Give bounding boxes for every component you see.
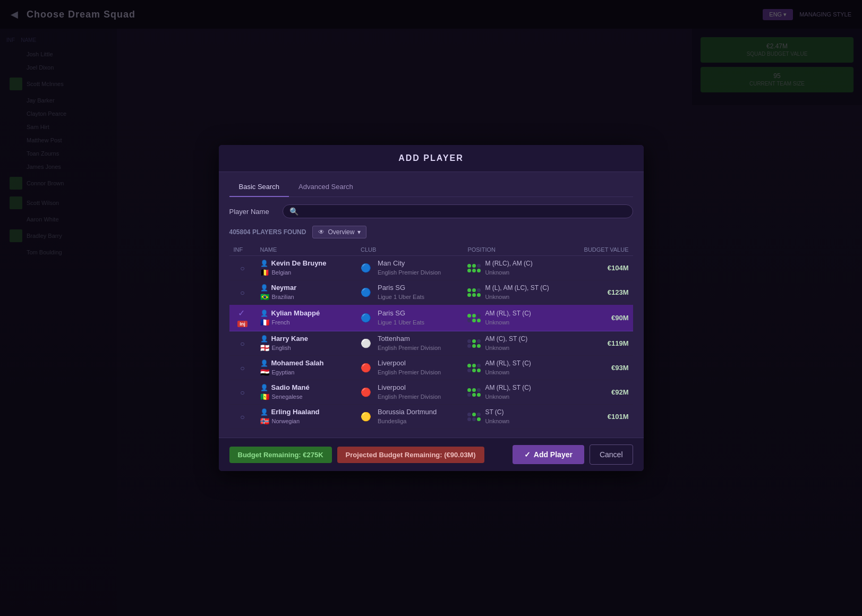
- position-sub: Unknown: [485, 418, 509, 424]
- player-nationality: 🇪🇬 Egyptian: [260, 368, 353, 377]
- position-dot: [477, 288, 481, 292]
- player-nationality: 🏴󠁧󠁢󠁥󠁮󠁧󠁿 English: [260, 344, 353, 352]
- player-avatar-icon: 👤: [260, 335, 268, 343]
- club-cell: 🔴 Liverpool English Premier Division: [356, 380, 463, 405]
- player-table: INF NAME CLUB POSITION BUDGET VALUE ○ 👤 …: [229, 244, 633, 429]
- club-name: Paris SG: [378, 309, 424, 317]
- position-dot: [472, 269, 476, 272]
- th-position: POSITION: [463, 244, 570, 256]
- position-dots: [467, 388, 481, 397]
- table-row[interactable]: ○ 👤 Erling Haaland 🇳🇴 Norwegian 🟡 Boruss…: [229, 405, 633, 429]
- player-nationality: 🇧🇪 Belgian: [260, 268, 353, 277]
- budget-remaining-value: €275K: [303, 451, 323, 459]
- position-dot: [477, 339, 481, 343]
- club-name: Liverpool: [378, 359, 441, 367]
- position-dot: [472, 288, 476, 292]
- position-dot: [467, 288, 471, 292]
- nationality-text: Senegalese: [272, 393, 303, 400]
- footer-actions: ✓ Add Player Cancel: [513, 444, 633, 465]
- player-name: Mohamed Salah: [271, 359, 324, 367]
- budget-value: €93M: [570, 356, 633, 380]
- add-player-modal: ADD PLAYER Basic Search Advanced Search …: [219, 145, 644, 471]
- club-league: English Premier Division: [378, 345, 441, 351]
- position-dot: [467, 269, 471, 272]
- position-dot: [472, 339, 476, 343]
- inf-cell: ○: [229, 405, 256, 429]
- position-dot: [472, 369, 476, 372]
- position-dot: [472, 417, 476, 421]
- search-label: Player Name: [229, 208, 277, 216]
- table-header-row: INF NAME CLUB POSITION BUDGET VALUE: [229, 244, 633, 256]
- position-dot: [467, 314, 471, 318]
- projected-label: Projected Budget Remaining:: [346, 451, 442, 459]
- unselected-check: ○: [240, 339, 244, 348]
- position-dot: [472, 293, 476, 297]
- position-dot: [467, 264, 471, 268]
- club-cell: 🔵 Man City English Premier Division: [356, 256, 463, 280]
- position-sub: Unknown: [485, 269, 509, 276]
- inf-cell: ○: [229, 280, 256, 305]
- table-row[interactable]: ○ 👤 Mohamed Salah 🇪🇬 Egyptian 🔴 Liverpoo…: [229, 356, 633, 380]
- search-icon-button[interactable]: 🔍: [289, 207, 298, 216]
- flag-icon: 🇸🇳: [260, 392, 269, 401]
- player-avatar-icon: 👤: [260, 408, 268, 416]
- cancel-button[interactable]: Cancel: [590, 444, 633, 465]
- player-nationality: 🇧🇷 Brazilian: [260, 293, 353, 301]
- position-cell: ST (C) Unknown: [463, 405, 570, 429]
- position-dot: [467, 388, 471, 392]
- club-cell: 🟡 Borussia Dortmund Bundesliga: [356, 405, 463, 429]
- nationality-text: Brazilian: [272, 294, 294, 300]
- table-row[interactable]: ○ 👤 Sadio Mané 🇸🇳 Senegalese 🔴 Liverpool…: [229, 380, 633, 405]
- club-badge-icon: 🔵: [361, 287, 371, 297]
- tab-advanced-search[interactable]: Advanced Search: [289, 179, 363, 197]
- position-cell: M (RLC), AM (C) Unknown: [463, 256, 570, 280]
- player-table-wrap[interactable]: INF NAME CLUB POSITION BUDGET VALUE ○ 👤 …: [229, 244, 633, 429]
- table-row[interactable]: ○ 👤 Neymar 🇧🇷 Brazilian 🔵 Paris SG Ligue…: [229, 280, 633, 305]
- position-dot: [467, 293, 471, 297]
- player-name: Kylian Mbappé: [271, 309, 320, 317]
- inf-cell: ○: [229, 331, 256, 356]
- nationality-text: Norwegian: [272, 418, 300, 424]
- add-player-button[interactable]: ✓ Add Player: [513, 445, 584, 464]
- player-avatar-icon: 👤: [260, 284, 268, 292]
- table-row[interactable]: ○ 👤 Kevin De Bruyne 🇧🇪 Belgian 🔵 Man Cit…: [229, 256, 633, 280]
- position-dot: [477, 269, 481, 272]
- budget-value: €90M: [570, 305, 633, 331]
- position-dot: [477, 264, 481, 268]
- position-dot: [467, 417, 471, 421]
- add-player-label: Add Player: [534, 450, 573, 459]
- player-nationality: 🇫🇷 French: [260, 318, 353, 327]
- position-dot: [472, 393, 476, 397]
- search-input-wrap: 🔍: [283, 204, 633, 218]
- name-cell: 👤 Sadio Mané 🇸🇳 Senegalese: [256, 380, 357, 405]
- overview-dropdown[interactable]: 👁 Overview ▾: [312, 226, 366, 238]
- position-dot: [472, 413, 476, 416]
- position-cell: AM (RL), ST (C) Unknown: [463, 356, 570, 380]
- club-cell: 🔴 Liverpool English Premier Division: [356, 356, 463, 380]
- injured-badge: Inj: [237, 321, 247, 327]
- budget-value: €119M: [570, 331, 633, 356]
- name-cell: 👤 Harry Kane 🏴󠁧󠁢󠁥󠁮󠁧󠁿 English: [256, 331, 357, 356]
- nationality-text: Belgian: [272, 269, 292, 276]
- position-main: AM (C), ST (C): [485, 335, 527, 343]
- position-dot: [467, 339, 471, 343]
- search-tabs: Basic Search Advanced Search: [229, 172, 633, 197]
- table-row[interactable]: ○ 👤 Harry Kane 🏴󠁧󠁢󠁥󠁮󠁧󠁿 English ⚪ Tottenh…: [229, 331, 633, 356]
- inf-cell: ○: [229, 380, 256, 405]
- club-name: Borussia Dortmund: [378, 408, 437, 416]
- table-row[interactable]: ✓Inj 👤 Kylian Mbappé 🇫🇷 French 🔵 Paris S…: [229, 305, 633, 331]
- add-icon: ✓: [524, 450, 531, 459]
- tab-basic-search[interactable]: Basic Search: [229, 179, 289, 197]
- position-dot: [467, 369, 471, 372]
- club-league: Ligue 1 Uber Eats: [378, 294, 424, 300]
- position-main: ST (C): [485, 408, 509, 416]
- selected-check: ✓: [238, 309, 245, 318]
- position-dot: [467, 413, 471, 416]
- position-dot: [467, 319, 471, 322]
- player-name-input[interactable]: [303, 208, 626, 216]
- search-row: Player Name 🔍: [229, 204, 633, 218]
- dropdown-arrow: ▾: [357, 228, 361, 236]
- projected-value: (€90.03M): [444, 451, 475, 459]
- club-badge-icon: 🔴: [361, 387, 371, 397]
- position-sub: Unknown: [485, 294, 509, 300]
